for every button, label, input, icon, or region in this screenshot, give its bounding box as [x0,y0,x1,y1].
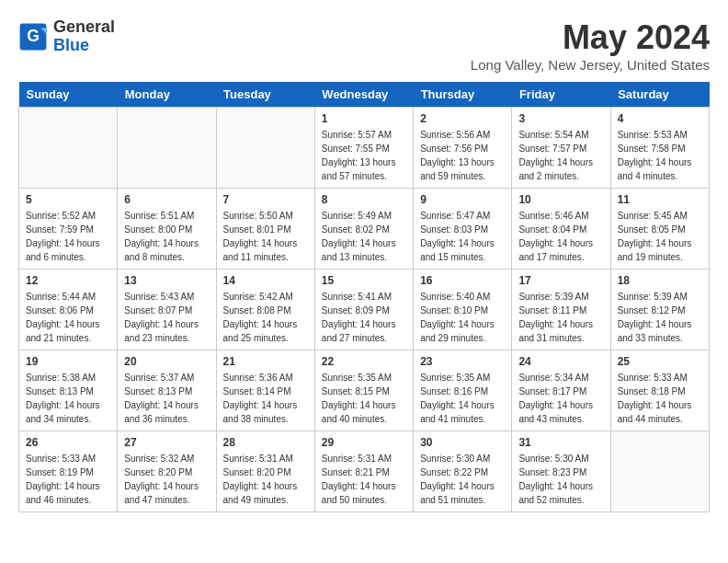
column-header-sunday: Sunday [19,82,118,108]
day-number: 8 [322,193,406,206]
calendar-cell: 2Sunrise: 5:56 AMSunset: 7:56 PMDaylight… [414,108,512,189]
title-block: May 2024 Long Valley, New Jersey, United… [471,18,710,73]
daylight-text: Daylight: 14 hours and 23 minutes. [124,317,209,345]
calendar-cell: 12Sunrise: 5:44 AMSunset: 8:06 PMDayligh… [19,270,118,350]
sunrise-text: Sunrise: 5:33 AM [618,371,702,385]
svg-text:G: G [27,27,40,45]
calendar-cell: 11Sunrise: 5:45 AMSunset: 8:05 PMDayligh… [610,189,709,270]
calendar-cell [216,108,314,189]
day-number: 9 [420,193,505,206]
daylight-text: Daylight: 14 hours and 17 minutes. [518,236,603,264]
column-header-monday: Monday [118,82,216,108]
day-number: 28 [223,436,308,449]
day-number: 2 [420,112,505,125]
calendar-cell: 30Sunrise: 5:30 AMSunset: 8:22 PMDayligh… [414,431,512,512]
daylight-text: Daylight: 14 hours and 4 minutes. [618,155,702,183]
daylight-text: Daylight: 14 hours and 51 minutes. [420,479,505,507]
sunrise-text: Sunrise: 5:36 AM [223,371,308,385]
daylight-text: Daylight: 14 hours and 2 minutes. [518,155,603,183]
page-header: G General Blue May 2024 Long Valley, New… [18,18,710,73]
daylight-text: Daylight: 14 hours and 44 minutes. [618,398,702,426]
day-info: Sunrise: 5:46 AMSunset: 8:04 PMDaylight:… [518,209,603,264]
calendar-cell: 5Sunrise: 5:52 AMSunset: 7:59 PMDaylight… [19,189,118,270]
calendar-cell: 4Sunrise: 5:53 AMSunset: 7:58 PMDaylight… [610,108,709,189]
month-title: May 2024 [471,18,710,57]
day-info: Sunrise: 5:31 AMSunset: 8:20 PMDaylight:… [223,452,308,507]
sunrise-text: Sunrise: 5:30 AM [518,452,603,465]
day-number: 22 [322,355,406,368]
sunrise-text: Sunrise: 5:33 AM [26,452,110,465]
sunset-text: Sunset: 7:59 PM [26,223,110,236]
sunset-text: Sunset: 8:07 PM [124,304,209,317]
day-number: 21 [223,355,308,368]
day-info: Sunrise: 5:36 AMSunset: 8:14 PMDaylight:… [223,371,308,426]
day-number: 16 [420,274,505,287]
sunrise-text: Sunrise: 5:49 AM [322,209,406,223]
daylight-text: Daylight: 14 hours and 49 minutes. [223,479,308,507]
day-number: 5 [26,193,110,206]
day-info: Sunrise: 5:35 AMSunset: 8:16 PMDaylight:… [420,371,505,426]
location-title: Long Valley, New Jersey, United States [471,57,710,73]
calendar-table: SundayMondayTuesdayWednesdayThursdayFrid… [18,82,710,512]
day-info: Sunrise: 5:54 AMSunset: 7:57 PMDaylight:… [518,128,603,183]
sunset-text: Sunset: 8:00 PM [124,223,209,236]
calendar-cell: 18Sunrise: 5:39 AMSunset: 8:12 PMDayligh… [610,270,709,350]
day-info: Sunrise: 5:30 AMSunset: 8:22 PMDaylight:… [420,452,505,507]
daylight-text: Daylight: 14 hours and 40 minutes. [322,398,406,426]
sunset-text: Sunset: 8:04 PM [518,223,603,236]
day-number: 30 [420,436,505,449]
calendar-cell: 15Sunrise: 5:41 AMSunset: 8:09 PMDayligh… [314,270,413,350]
daylight-text: Daylight: 13 hours and 57 minutes. [322,155,406,183]
calendar-cell: 26Sunrise: 5:33 AMSunset: 8:19 PMDayligh… [19,431,118,512]
calendar-cell: 27Sunrise: 5:32 AMSunset: 8:20 PMDayligh… [118,431,216,512]
sunset-text: Sunset: 8:23 PM [518,465,603,479]
daylight-text: Daylight: 14 hours and 34 minutes. [26,398,110,426]
calendar-week-2: 5Sunrise: 5:52 AMSunset: 7:59 PMDaylight… [19,189,710,270]
day-info: Sunrise: 5:50 AMSunset: 8:01 PMDaylight:… [223,209,308,264]
sunrise-text: Sunrise: 5:34 AM [518,371,603,385]
calendar-cell: 9Sunrise: 5:47 AMSunset: 8:03 PMDaylight… [414,189,512,270]
sunrise-text: Sunrise: 5:35 AM [322,371,406,385]
sunrise-text: Sunrise: 5:39 AM [618,290,702,304]
calendar-week-3: 12Sunrise: 5:44 AMSunset: 8:06 PMDayligh… [19,270,710,350]
calendar-cell: 23Sunrise: 5:35 AMSunset: 8:16 PMDayligh… [414,350,512,431]
column-header-friday: Friday [512,82,610,108]
day-info: Sunrise: 5:37 AMSunset: 8:13 PMDaylight:… [124,371,209,426]
daylight-text: Daylight: 14 hours and 31 minutes. [518,317,603,345]
day-info: Sunrise: 5:32 AMSunset: 8:20 PMDaylight:… [124,452,209,507]
column-header-wednesday: Wednesday [314,82,413,108]
sunset-text: Sunset: 8:02 PM [322,223,406,236]
sunrise-text: Sunrise: 5:46 AM [518,209,603,223]
daylight-text: Daylight: 14 hours and 29 minutes. [420,317,505,345]
sunset-text: Sunset: 8:09 PM [322,304,406,317]
logo-line2: Blue [53,37,115,55]
sunrise-text: Sunrise: 5:42 AM [223,290,308,304]
day-number: 1 [322,112,406,125]
sunrise-text: Sunrise: 5:40 AM [420,290,505,304]
daylight-text: Daylight: 14 hours and 6 minutes. [26,236,110,264]
sunrise-text: Sunrise: 5:57 AM [322,128,406,142]
sunrise-text: Sunrise: 5:54 AM [518,128,603,142]
calendar-cell: 22Sunrise: 5:35 AMSunset: 8:15 PMDayligh… [314,350,413,431]
daylight-text: Daylight: 13 hours and 59 minutes. [420,155,505,183]
day-info: Sunrise: 5:39 AMSunset: 8:11 PMDaylight:… [518,290,603,345]
day-info: Sunrise: 5:49 AMSunset: 8:02 PMDaylight:… [322,209,406,264]
day-number: 10 [518,193,603,206]
column-header-thursday: Thursday [414,82,512,108]
sunrise-text: Sunrise: 5:56 AM [420,128,505,142]
day-number: 17 [518,274,603,287]
daylight-text: Daylight: 14 hours and 27 minutes. [322,317,406,345]
calendar-cell [19,108,118,189]
calendar-week-4: 19Sunrise: 5:38 AMSunset: 8:13 PMDayligh… [19,350,710,431]
day-info: Sunrise: 5:38 AMSunset: 8:13 PMDaylight:… [26,371,110,426]
day-info: Sunrise: 5:34 AMSunset: 8:17 PMDaylight:… [518,371,603,426]
sunset-text: Sunset: 8:13 PM [124,385,209,398]
logo: G General Blue [18,18,115,55]
sunrise-text: Sunrise: 5:51 AM [124,209,209,223]
day-number: 20 [124,355,209,368]
day-info: Sunrise: 5:41 AMSunset: 8:09 PMDaylight:… [322,290,406,345]
sunrise-text: Sunrise: 5:43 AM [124,290,209,304]
day-info: Sunrise: 5:31 AMSunset: 8:21 PMDaylight:… [322,452,406,507]
calendar-cell [118,108,216,189]
calendar-cell: 14Sunrise: 5:42 AMSunset: 8:08 PMDayligh… [216,270,314,350]
